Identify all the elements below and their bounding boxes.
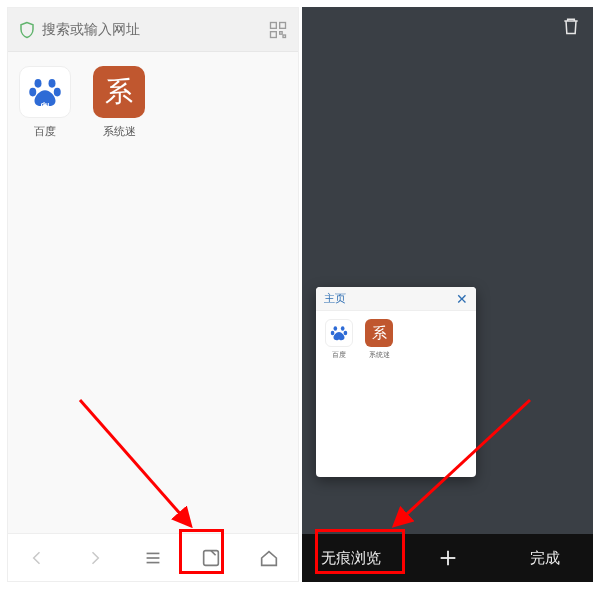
tile-label: 系统迷 bbox=[92, 124, 146, 139]
clear-all-button[interactable] bbox=[561, 16, 581, 40]
svg-point-5 bbox=[35, 79, 42, 88]
svg-rect-4 bbox=[283, 35, 286, 38]
tile-system[interactable]: 系 系统迷 bbox=[92, 66, 146, 139]
svg-point-8 bbox=[54, 88, 61, 97]
tile-label: 百度 bbox=[18, 124, 72, 139]
svg-point-15 bbox=[334, 326, 338, 331]
search-bar[interactable]: 搜索或输入网址 bbox=[8, 8, 298, 52]
svg-rect-3 bbox=[280, 31, 283, 34]
tile-baidu[interactable]: du 百度 bbox=[18, 66, 72, 139]
bottom-toolbar bbox=[8, 533, 298, 581]
tab-close-button[interactable]: ✕ bbox=[456, 292, 468, 306]
tabs-button[interactable] bbox=[187, 534, 235, 582]
speed-dial-tiles: du 百度 系 系统迷 bbox=[8, 52, 298, 153]
svg-point-6 bbox=[49, 79, 56, 88]
system-glyph-icon: 系 bbox=[93, 66, 145, 118]
svg-rect-2 bbox=[271, 31, 277, 37]
new-tab-button[interactable] bbox=[399, 534, 496, 582]
svg-text:du: du bbox=[41, 101, 50, 108]
svg-point-7 bbox=[29, 88, 36, 97]
incognito-button[interactable]: 无痕浏览 bbox=[302, 534, 399, 582]
menu-button[interactable] bbox=[129, 534, 177, 582]
shield-icon bbox=[18, 21, 36, 39]
tab-switcher-bottombar: 无痕浏览 完成 bbox=[302, 534, 593, 582]
search-placeholder: 搜索或输入网址 bbox=[42, 21, 268, 39]
svg-point-17 bbox=[331, 331, 335, 336]
back-button[interactable] bbox=[13, 534, 61, 582]
baidu-paw-icon bbox=[325, 319, 353, 347]
svg-rect-13 bbox=[204, 550, 219, 565]
done-button[interactable]: 完成 bbox=[496, 534, 593, 582]
browser-home-pane: 搜索或输入网址 du 百度 系 系统迷 bbox=[7, 7, 299, 582]
qr-scan-icon[interactable] bbox=[268, 20, 288, 40]
mini-tile-baidu: 百度 bbox=[324, 319, 354, 360]
tab-preview-card[interactable]: 主页 ✕ 百度 系 系统迷 bbox=[316, 287, 476, 477]
svg-point-18 bbox=[344, 331, 348, 336]
baidu-paw-icon: du bbox=[19, 66, 71, 118]
mini-tile-system: 系 系统迷 bbox=[364, 319, 394, 360]
svg-point-16 bbox=[341, 326, 345, 331]
svg-rect-0 bbox=[271, 22, 277, 28]
tab-title: 主页 bbox=[324, 291, 346, 306]
system-glyph-icon: 系 bbox=[365, 319, 393, 347]
tab-preview-header: 主页 ✕ bbox=[316, 287, 476, 311]
forward-button[interactable] bbox=[71, 534, 119, 582]
tab-switcher-pane: 主页 ✕ 百度 系 系统迷 无痕浏览 完成 bbox=[302, 7, 593, 582]
tab-switcher-topbar bbox=[302, 7, 593, 49]
home-button[interactable] bbox=[245, 534, 293, 582]
tab-preview-content: 百度 系 系统迷 bbox=[316, 311, 476, 368]
svg-rect-1 bbox=[280, 22, 286, 28]
